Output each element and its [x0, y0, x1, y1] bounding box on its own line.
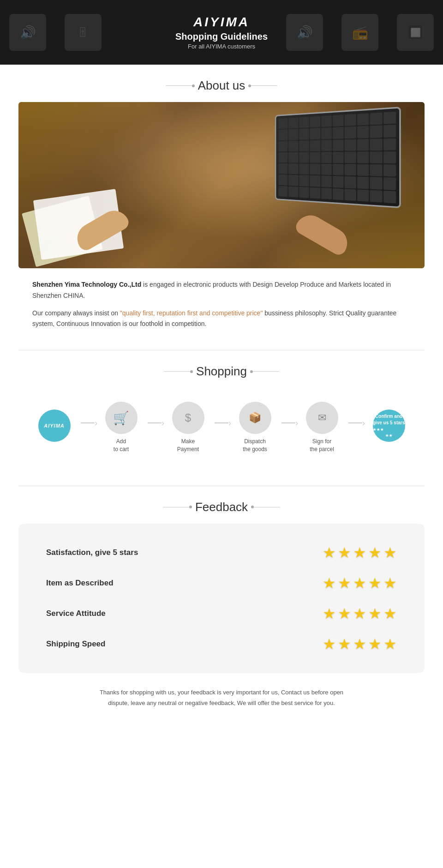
star-4-4: ★ — [368, 635, 382, 653]
star-1-5: ★ — [383, 544, 397, 561]
mini-star-5: ★ — [389, 433, 392, 438]
flow-item-sign: ✉ Sign forthe parcel — [295, 402, 348, 453]
divider-2 — [18, 486, 425, 486]
star-3-4: ★ — [368, 605, 382, 622]
mini-star-1: ★ — [373, 427, 376, 432]
about-text: Shenzhen Yima Technology Co.,Ltd is enga… — [18, 279, 425, 330]
about-title: About us — [198, 78, 245, 93]
flow-arrow-4 — [281, 422, 295, 423]
feedback-label-3: Service Attitude — [46, 609, 138, 618]
feedback-card: Satisfaction, give 5 stars ★ ★ ★ ★ ★ Ite… — [18, 524, 425, 673]
flow-label-cart: Addto cart — [114, 438, 129, 453]
feedback-footer: Thanks for shopping with us, your feedba… — [18, 687, 425, 709]
flow-item-cart: 🛒 Addto cart — [95, 402, 148, 453]
feedback-row-3: Service Attitude ★ ★ ★ ★ ★ — [46, 598, 397, 629]
feedback-row-2: Item as Described ★ ★ ★ ★ ★ — [46, 568, 397, 598]
flow-icon-confirm: Confirm and give us 5 stars ★ ★ ★ ★ ★ — [373, 410, 405, 442]
flow-icon-sign: ✉ — [306, 402, 338, 434]
bg-icon-3: 🔊 — [286, 14, 323, 51]
flow-label-payment: MakePayment — [177, 438, 199, 453]
flow-icon-brand: AIYIMA — [38, 410, 71, 442]
star-2-1: ★ — [323, 574, 336, 592]
star-2-3: ★ — [353, 574, 366, 592]
shopping-title-line-right — [251, 371, 279, 372]
star-3-5: ★ — [383, 605, 397, 622]
bg-icon-2: 🎚 — [65, 14, 102, 51]
footer-line-2: dispute, leave any neutral or negative f… — [32, 698, 411, 708]
company-name: Shenzhen Yima Technology Co.,Ltd — [32, 281, 141, 288]
star-1-2: ★ — [338, 544, 351, 561]
flow-label-sign: Sign forthe parcel — [310, 438, 334, 453]
confirm-stars-row2: ★ ★ — [373, 433, 405, 438]
star-2-2: ★ — [338, 574, 351, 592]
star-2-5: ★ — [383, 574, 397, 592]
about-title-line-left — [166, 85, 193, 86]
shopping-title-wrap: Shopping — [18, 364, 425, 379]
stars-wrap-4: ★ ★ ★ ★ ★ — [323, 635, 397, 653]
feedback-label-2: Item as Described — [46, 579, 138, 588]
mini-star-3: ★ — [380, 427, 383, 432]
feedback-title-line-right — [252, 507, 280, 507]
star-3-2: ★ — [338, 605, 351, 622]
flow-icon-dispatch: 📦 — [239, 402, 271, 434]
flow-item-aiyima: AIYIMA — [28, 410, 81, 446]
star-3-1: ★ — [323, 605, 336, 622]
star-1-1: ★ — [323, 544, 336, 561]
stars-wrap-3: ★ ★ ★ ★ ★ — [323, 605, 397, 622]
flow-item-payment: $ MakePayment — [162, 402, 215, 453]
flow-icon-payment: $ — [172, 402, 204, 434]
flow-label-dispatch: Dispatchthe goods — [243, 438, 267, 453]
flow-item-confirm: Confirm and give us 5 stars ★ ★ ★ ★ ★ — [362, 410, 415, 446]
confirm-line2: give us 5 stars — [373, 420, 405, 426]
bg-icon-4: 📻 — [341, 14, 378, 51]
star-4-5: ★ — [383, 635, 397, 653]
about-section: About us Shenzhen Yima Technology Co.,Lt… — [0, 78, 443, 345]
stars-wrap-2: ★ ★ ★ ★ ★ — [323, 574, 397, 592]
feedback-row-1: Satisfaction, give 5 stars ★ ★ ★ ★ ★ — [46, 537, 397, 568]
confirm-stars-row1: ★ ★ ★ — [373, 427, 405, 432]
footer-line-1: Thanks for shopping with us, your feedba… — [32, 687, 411, 698]
flow-icon-cart: 🛒 — [105, 402, 138, 434]
flow-item-dispatch: 📦 Dispatchthe goods — [228, 402, 281, 453]
feedback-title: Feedback — [195, 500, 248, 514]
header-subtitle: For all AIYIMA customers — [175, 43, 268, 50]
star-1-4: ★ — [368, 544, 382, 561]
feedback-row-4: Shipping Speed ★ ★ ★ ★ ★ — [46, 629, 397, 659]
shopping-title: Shopping — [196, 364, 247, 379]
divider-1 — [18, 350, 425, 350]
flow-arrow-1 — [81, 422, 95, 423]
star-4-2: ★ — [338, 635, 351, 653]
shopping-section: Shopping AIYIMA 🛒 Addto cart $ MakePayme… — [0, 364, 443, 481]
header-title: Shopping Guidelines — [175, 31, 268, 42]
star-2-4: ★ — [368, 574, 382, 592]
bg-icon-1: 🔊 — [9, 14, 46, 51]
philosophy-text: Our company always insist on "quality fi… — [32, 308, 411, 330]
philosophy-highlight: "quality first, reputation first and com… — [120, 309, 263, 317]
star-4-3: ★ — [353, 635, 366, 653]
bg-icon-5: 🔲 — [397, 14, 434, 51]
shopping-flow: AIYIMA 🛒 Addto cart $ MakePayment 📦 Disp… — [18, 388, 425, 467]
laptop-screen — [276, 108, 399, 207]
feedback-title-line-left — [163, 507, 191, 507]
flow-arrow-2 — [148, 422, 162, 423]
header-center: AIYIMA Shopping Guidelines For all AIYIM… — [175, 15, 268, 50]
feedback-label-4: Shipping Speed — [46, 639, 138, 649]
philosophy-prefix: Our company always insist on — [32, 309, 120, 317]
feedback-section: Feedback Satisfaction, give 5 stars ★ ★ … — [0, 500, 443, 723]
star-4-1: ★ — [323, 635, 336, 653]
about-title-wrap: About us — [18, 78, 425, 93]
about-image — [18, 102, 425, 268]
brand-name: AIYIMA — [175, 15, 268, 30]
shopping-title-line-left — [164, 371, 192, 372]
laptop-shape — [275, 107, 401, 208]
about-title-line-right — [250, 85, 277, 86]
company-description: Shenzhen Yima Technology Co.,Ltd is enga… — [32, 279, 411, 301]
stars-wrap-1: ★ ★ ★ ★ ★ — [323, 544, 397, 561]
confirm-line1: Confirm and — [373, 413, 405, 420]
confirm-text: Confirm and give us 5 stars ★ ★ ★ ★ ★ — [373, 413, 405, 438]
flow-arrow-3 — [215, 422, 228, 423]
flow-arrow-5 — [348, 422, 362, 423]
hand-right — [293, 210, 353, 257]
feedback-title-wrap: Feedback — [18, 500, 425, 514]
mini-star-4: ★ — [385, 433, 389, 438]
